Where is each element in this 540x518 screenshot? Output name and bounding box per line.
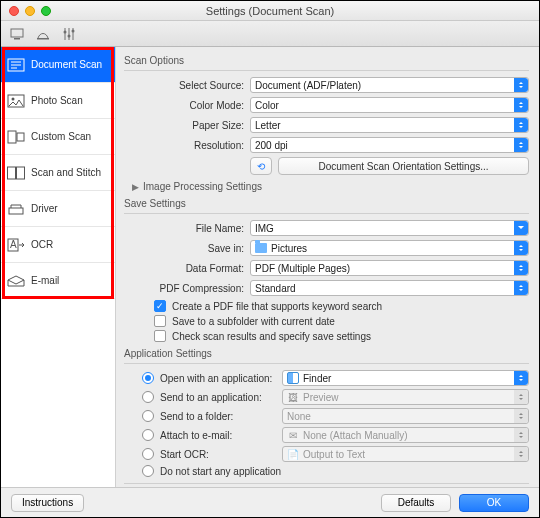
orientation-settings-button[interactable]: Document Scan Orientation Settings...: [278, 157, 529, 175]
chevron-updown-icon: [514, 281, 528, 295]
sidebar-item-label: Document Scan: [31, 59, 102, 70]
main-content: Scan Options Select Source: Document (AD…: [116, 47, 539, 487]
sidebar-item-label: Custom Scan: [31, 131, 91, 142]
resolution-label: Resolution:: [124, 140, 244, 151]
scan-from-computer-icon[interactable]: [9, 26, 25, 42]
svg-rect-0: [11, 29, 23, 37]
pdf-compression-label: PDF Compression:: [124, 283, 244, 294]
radio-icon: [142, 372, 154, 384]
preview-icon: 🖼: [287, 391, 299, 403]
radio-send-to-folder[interactable]: Send to a folder: None: [142, 408, 529, 424]
svg-rect-2: [37, 38, 49, 40]
sidebar-item-email[interactable]: E-mail: [1, 263, 115, 299]
email-icon: [7, 274, 25, 288]
disclosure-triangle-icon: ▶: [132, 182, 139, 192]
svg-rect-15: [8, 131, 16, 143]
radio-icon: [142, 410, 154, 422]
attach-email-combo: ✉None (Attach Manually): [282, 427, 529, 443]
footer: Instructions Defaults OK: [1, 487, 539, 517]
send-to-folder-combo: None: [282, 408, 529, 424]
chevron-updown-icon: [514, 371, 528, 385]
save-settings-title: Save Settings: [124, 198, 529, 209]
chevron-updown-icon: [514, 261, 528, 275]
checkbox-icon: [154, 330, 166, 342]
open-with-combo[interactable]: Finder: [282, 370, 529, 386]
svg-rect-18: [17, 167, 25, 179]
data-format-label: Data Format:: [124, 263, 244, 274]
data-format-combo[interactable]: PDF (Multiple Pages): [250, 260, 529, 276]
radio-send-to-app[interactable]: Send to an application: 🖼Preview: [142, 389, 529, 405]
checkbox-icon: [154, 315, 166, 327]
resolution-combo[interactable]: 200 dpi: [250, 137, 529, 153]
svg-text:A: A: [10, 239, 17, 250]
chevron-updown-icon: [514, 138, 528, 152]
document-scan-icon: [7, 58, 25, 72]
sidebar-item-label: OCR: [31, 239, 53, 250]
radio-do-not-start[interactable]: Do not start any application: [142, 465, 529, 477]
sidebar-item-custom-scan[interactable]: Custom Scan: [1, 119, 115, 155]
sidebar-item-label: Driver: [31, 203, 58, 214]
radio-icon: [142, 391, 154, 403]
file-name-field[interactable]: IMG: [250, 220, 529, 236]
settings-window: Settings (Document Scan) Document Scan P…: [0, 0, 540, 518]
chevron-updown-icon: [514, 241, 528, 255]
default-orientation-button[interactable]: ⟲: [250, 157, 272, 175]
scan-from-panel-icon[interactable]: [35, 26, 51, 42]
custom-scan-icon: [7, 130, 25, 144]
checkbox-icon: ✓: [154, 300, 166, 312]
paper-size-combo[interactable]: Letter: [250, 117, 529, 133]
sidebar-item-scan-and-stitch[interactable]: Scan and Stitch: [1, 155, 115, 191]
folder-icon: [255, 243, 267, 253]
window-title: Settings (Document Scan): [1, 5, 539, 17]
radio-open-with-app[interactable]: Open with an application: Finder: [142, 370, 529, 386]
sidebar-item-driver[interactable]: Driver: [1, 191, 115, 227]
toolbar: [1, 21, 539, 47]
svg-point-6: [64, 30, 67, 33]
send-to-app-combo: 🖼Preview: [282, 389, 529, 405]
sidebar-item-photo-scan[interactable]: Photo Scan: [1, 83, 115, 119]
chk-subfolder-date[interactable]: Save to a subfolder with current date: [154, 315, 529, 327]
defaults-button[interactable]: Defaults: [381, 494, 451, 512]
image-processing-disclosure[interactable]: ▶ Image Processing Settings: [132, 181, 529, 192]
chevron-down-icon: [514, 221, 528, 235]
scan-and-stitch-icon: [7, 166, 25, 180]
color-mode-label: Color Mode:: [124, 100, 244, 111]
radio-icon: [142, 448, 154, 460]
chevron-updown-icon: [514, 390, 528, 404]
radio-start-ocr[interactable]: Start OCR: 📄Output to Text: [142, 446, 529, 462]
text-icon: 📄: [287, 448, 299, 460]
radio-attach-email[interactable]: Attach to e-mail: ✉None (Attach Manually…: [142, 427, 529, 443]
svg-point-14: [12, 97, 15, 100]
sidebar-item-ocr[interactable]: A OCR: [1, 227, 115, 263]
svg-rect-1: [14, 38, 20, 40]
file-name-label: File Name:: [124, 223, 244, 234]
chevron-updown-icon: [514, 409, 528, 423]
select-source-combo[interactable]: Document (ADF/Platen): [250, 77, 529, 93]
radio-icon: [142, 429, 154, 441]
sidebar-item-label: Scan and Stitch: [31, 167, 101, 178]
svg-point-8: [72, 29, 75, 32]
pdf-compression-combo[interactable]: Standard: [250, 280, 529, 296]
driver-icon: [7, 202, 25, 216]
mail-icon: ✉: [287, 429, 299, 441]
ocr-icon: A: [7, 238, 25, 252]
color-mode-combo[interactable]: Color: [250, 97, 529, 113]
chk-keyword-search[interactable]: ✓Create a PDF file that supports keyword…: [154, 300, 529, 312]
sidebar-item-label: E-mail: [31, 275, 59, 286]
photo-scan-icon: [7, 94, 25, 108]
select-source-label: Select Source:: [124, 80, 244, 91]
instructions-button[interactable]: Instructions: [11, 494, 84, 512]
sidebar-item-document-scan[interactable]: Document Scan: [1, 47, 115, 83]
radio-icon: [142, 465, 154, 477]
sliders-icon[interactable]: [61, 26, 77, 42]
chevron-updown-icon: [514, 118, 528, 132]
save-in-combo[interactable]: Pictures: [250, 240, 529, 256]
chevron-updown-icon: [514, 78, 528, 92]
titlebar: Settings (Document Scan): [1, 1, 539, 21]
chevron-updown-icon: [514, 428, 528, 442]
scan-options-title: Scan Options: [124, 55, 529, 66]
chk-check-results[interactable]: Check scan results and specify save sett…: [154, 330, 529, 342]
chevron-updown-icon: [514, 98, 528, 112]
save-in-label: Save in:: [124, 243, 244, 254]
ok-button[interactable]: OK: [459, 494, 529, 512]
